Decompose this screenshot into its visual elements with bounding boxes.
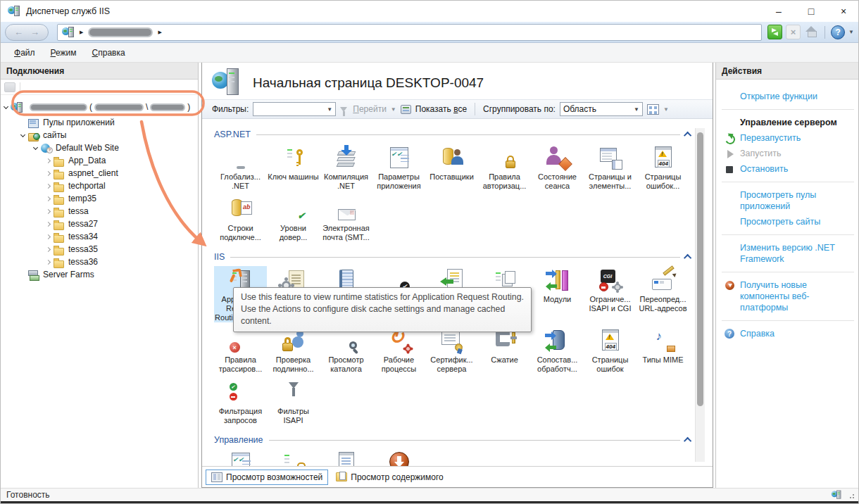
home-icon[interactable] [804, 25, 819, 39]
action-change-net-version[interactable]: Изменить версию .NET Framework [722, 240, 854, 267]
tab-features-view[interactable]: Просмотр возможностей [206, 470, 328, 485]
tree-item[interactable]: tessa34 [1, 230, 198, 243]
tree-item[interactable]: Server Farms [1, 268, 198, 281]
action-get-web-platform-components[interactable]: Получить новые компоненты веб-платформы [722, 277, 854, 315]
feature-tile[interactable]: Рабочие процессы [372, 327, 425, 374]
scrollbar-thumb[interactable] [697, 132, 703, 406]
action-open-feature[interactable]: Открытие функции [722, 89, 854, 104]
feature-tile[interactable]: Уровни довер... [267, 195, 320, 242]
show-all-button[interactable]: Показать все [415, 104, 467, 114]
maximize-button[interactable]: □ [795, 1, 827, 22]
feature-tile[interactable]: Страницы ошибок [584, 327, 637, 374]
feature-tile[interactable]: Поставщики [425, 144, 478, 191]
chevron-icon[interactable] [43, 222, 53, 226]
vertical-scrollbar[interactable] [695, 128, 705, 462]
action-help[interactable]: Справка [722, 326, 854, 341]
minimize-button[interactable]: – [763, 1, 795, 22]
chevron-icon[interactable] [43, 159, 53, 163]
address-bar[interactable]: ▶ ▶ [57, 24, 762, 41]
feature-tile[interactable]: Электронная почта (SMT... [320, 195, 372, 242]
chevron-icon[interactable] [18, 121, 27, 125]
chevron-icon[interactable] [43, 184, 53, 188]
tree-item[interactable]: techportal [1, 179, 198, 192]
feature-tile[interactable]: Правила авторизац... [478, 144, 531, 191]
tree-item[interactable]: aspnet_client [1, 167, 198, 179]
view-dropdown-caret-icon[interactable]: ▼ [663, 106, 669, 113]
feature-tile[interactable]: Переопред... URL-адресов [637, 266, 689, 322]
breadcrumb-arrow-icon[interactable]: ▶ [158, 30, 161, 35]
tree-item[interactable]: tessa27 [1, 218, 198, 230]
feature-tile[interactable]: Сопостав... обработч... [531, 327, 584, 374]
feature-tile[interactable]: Фильтрация запросов [214, 378, 267, 425]
action-view-app-pools[interactable]: Просмотреть пулы приложений [722, 187, 854, 214]
menu-help[interactable]: Справка [86, 45, 132, 61]
feature-tile[interactable]: Компиляция .NET [320, 144, 372, 191]
backslash: \ [146, 102, 148, 112]
tab-content-view[interactable]: Просмотр содержимого [331, 470, 448, 484]
menu-view[interactable]: Режим [44, 45, 83, 61]
folder-icon [53, 194, 65, 204]
chevron-icon[interactable] [43, 248, 53, 251]
shared-config-icon [333, 451, 360, 466]
chevron-icon[interactable] [18, 273, 27, 277]
tree-item[interactable]: tessa [1, 205, 198, 218]
tree-item[interactable]: tessa36 [1, 256, 198, 268]
back-forward-buttons[interactable]: ← → [5, 24, 49, 41]
action-restart[interactable]: Перезапустить [722, 130, 854, 146]
tree-item[interactable]: App_Data [1, 154, 198, 167]
chevron-icon[interactable] [43, 172, 53, 175]
feature-tile[interactable]: Просмотр каталога [320, 327, 372, 374]
feature-tile[interactable]: Сертифик... сервера [425, 327, 478, 374]
resize-grip[interactable] [847, 491, 854, 498]
feature-tile[interactable]: Страницы ошибок... [637, 144, 689, 191]
feature-tile[interactable]: Строки подключе... [214, 195, 267, 242]
chevron-down-icon[interactable] [1, 106, 11, 108]
back-icon[interactable]: ← [14, 27, 23, 37]
feature-tile[interactable]: Проверка подлинно... [267, 327, 320, 374]
close-button[interactable]: × [827, 1, 859, 22]
action-stop[interactable]: Остановить [722, 161, 854, 177]
feature-tile[interactable] [267, 449, 320, 466]
collapse-chevron-icon[interactable] [684, 132, 691, 139]
chevron-icon[interactable] [18, 134, 27, 137]
feature-tile[interactable]: Типы MIME [637, 327, 689, 374]
menu-file[interactable]: Файл [8, 45, 42, 61]
help-icon[interactable]: ? [831, 25, 845, 39]
feature-tile[interactable] [214, 449, 267, 466]
feature-tile[interactable]: Страницы и элементы... [584, 144, 637, 191]
chevron-icon[interactable] [43, 210, 53, 213]
chevron-icon[interactable] [43, 235, 53, 239]
view-selector-icon[interactable] [647, 104, 659, 115]
feature-tile[interactable]: Параметры приложения [372, 144, 425, 191]
tree-item[interactable]: сайты [1, 129, 198, 141]
tree-item[interactable]: tessa35 [1, 243, 198, 256]
help-dropdown-caret-icon[interactable]: ▼ [848, 29, 854, 35]
feature-tile[interactable]: Ключ машины [267, 144, 320, 191]
tree-item[interactable]: temp35 [1, 192, 198, 205]
tree-item[interactable]: Пулы приложений [1, 116, 198, 129]
forward-icon[interactable]: → [30, 27, 39, 37]
breadcrumb-arrow-icon[interactable]: ▶ [80, 30, 83, 35]
tree-item-server[interactable]: ( \ ) [1, 98, 198, 116]
collapse-chevron-icon[interactable] [684, 437, 691, 445]
feature-tile[interactable] [320, 449, 372, 466]
separator [475, 103, 475, 115]
refresh-icon[interactable] [767, 25, 782, 39]
chevron-icon[interactable] [30, 147, 40, 149]
feature-tile[interactable]: Сжатие [478, 327, 531, 374]
connect-icon[interactable] [4, 82, 15, 92]
group-by-combobox[interactable]: Область▼ [560, 102, 643, 116]
feature-tile[interactable]: Модули [531, 266, 584, 322]
action-view-sites[interactable]: Просмотреть сайты [722, 214, 854, 229]
tree-item[interactable]: Default Web Site [1, 141, 198, 154]
feature-tile[interactable]: Правила трассиров... [214, 327, 267, 374]
chevron-icon[interactable] [43, 197, 53, 201]
feature-tile[interactable]: Фильтры ISAPI [267, 378, 320, 425]
collapse-chevron-icon[interactable] [684, 254, 691, 262]
feature-tile[interactable]: Ограниче... ISAPI и CGI [584, 266, 637, 322]
feature-tile[interactable]: Глобализ... .NET [214, 144, 267, 191]
chevron-icon[interactable] [43, 260, 53, 264]
feature-tile[interactable]: Состояние сеанса [531, 144, 584, 191]
filter-combobox[interactable]: ▼ [253, 102, 336, 116]
feature-tile[interactable] [372, 449, 425, 466]
